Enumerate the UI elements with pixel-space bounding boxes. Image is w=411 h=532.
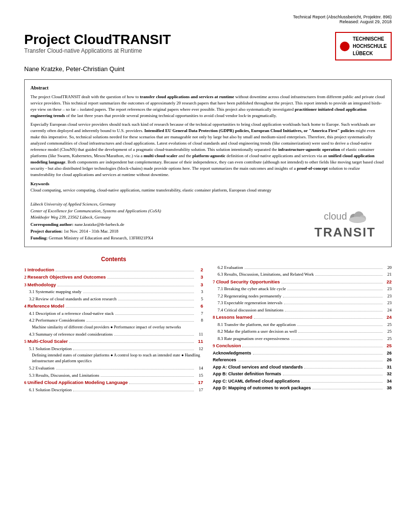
- toc-6-3: 6.3 Results, Discussion, Limitations, an…: [213, 271, 392, 278]
- toc-7-2: 7.2 Regenerating nodes permanently 23: [213, 293, 392, 300]
- abstract-para2: Especially European cloud service provid…: [30, 121, 385, 178]
- toc-2: 2 Research Objectives and Outcomes 3: [24, 274, 203, 281]
- abstract-para1: The project CloudTRANSIT dealt with the …: [30, 94, 385, 119]
- abstract-box: Abstract The project CloudTRANSIT dealt …: [24, 79, 392, 247]
- toc-8-1: 8.1 Transfer the platform, not the appli…: [213, 322, 392, 328]
- toc-ack: Acknowledgments 26: [213, 350, 392, 357]
- toc-3-1: 3.1 Systematic mapping study 3: [24, 289, 203, 296]
- project-title: Project CloudTRANSIT: [24, 32, 171, 47]
- contact-section: Lübeck University of Applied Sciences, G…: [30, 197, 385, 242]
- svg-point-4: [349, 217, 366, 222]
- toc-appc: App C: UCAML defined cloud applications …: [213, 378, 392, 385]
- affiliation: Lübeck University of Applied Sciences, G…: [30, 201, 161, 221]
- toc-7-4: 7.4 Critical discussion and limitations …: [213, 307, 392, 314]
- toc-1: 1 Introduction 2: [24, 266, 203, 274]
- toc-4-3: 4.3 Summary of reference model considera…: [24, 331, 203, 338]
- project-subtitle: Transfer Cloud-native Applications at Ru…: [24, 47, 171, 54]
- contact-duration: Project duration: 1st Nov. 2014 - 31th M…: [30, 228, 161, 235]
- keywords-text: Cloud computing, service computing, clou…: [30, 188, 271, 192]
- funding-value: German Ministry of Education and Researc…: [49, 236, 153, 240]
- cloud-transit-icon: [348, 210, 367, 223]
- toc-7-1: 7.1 Breaking the cyber attack life cycle…: [213, 286, 392, 293]
- toc-6: 6 Unified Cloud Application Modeling Lan…: [24, 379, 203, 386]
- author-label: Corresponding author:: [30, 222, 73, 227]
- toc-5: 5 Multi-Cloud Scaler 11: [24, 338, 203, 345]
- affil-line1: Lübeck University of Applied Sciences, G…: [30, 201, 161, 208]
- toc-3-2: 3.2 Review of cloud standards and action…: [24, 296, 203, 303]
- logo-area: TECHNISCHE HOCHSCHULE LÜBECK: [335, 32, 392, 60]
- contact-author: Corresponding author: nane.kratzke@th-lu…: [30, 221, 161, 228]
- toc-appb: App B: Cluster definition formats 32: [213, 371, 392, 378]
- duration-label: Project duration:: [30, 229, 63, 234]
- toc-3: 3 Methodology 3: [24, 281, 203, 289]
- contents-left: Contents 1 Introduction 2 2 Research Obj…: [24, 256, 203, 394]
- toc-8-2: 8.2 Make the platform a user decision as…: [213, 328, 392, 335]
- toc-4-1: 4.1 Description of a reference cloud-nat…: [24, 310, 203, 317]
- duration-value: 1st Nov. 2014 - 31th Mar. 2018: [64, 229, 118, 234]
- keywords-label: Keywords: [30, 181, 49, 186]
- header-line2: Released: August 29, 2018: [24, 19, 392, 24]
- cloud-transit-logo: cloud TRANSIT: [314, 209, 376, 242]
- toc-6-2: 6.2 Evaluation 20: [213, 265, 392, 271]
- author-value: nane.kratzke@th-luebeck.de: [74, 222, 124, 227]
- abstract-title: Abstract: [30, 85, 385, 92]
- toc-5-1: 5.1 Solution Description 12: [24, 346, 203, 353]
- affil-line2: Center of Excellence for Communcation, S…: [30, 208, 161, 215]
- affiliation-contact-block: Lübeck University of Applied Sciences, G…: [30, 197, 161, 242]
- toc-6-1: 6.1 Solution Description 17: [24, 387, 203, 394]
- toc-7-3: 7.3 Expectable regeneration intervals 23: [213, 300, 392, 307]
- toc-9: 9 Conclusion 25: [213, 342, 392, 350]
- toc-5-1-multi: Defining intended states of container pl…: [24, 353, 203, 364]
- contents-title: Contents: [24, 256, 203, 263]
- header-line1: Technical Report (Abschlussbericht, Proj…: [24, 15, 392, 19]
- contact-funding: Funding: German Ministry of Education an…: [30, 235, 161, 241]
- contents-right: 6.2 Evaluation 20 6.3 Results, Discussio…: [213, 256, 392, 394]
- toc-8-3: 8.3 Rate pragmatism over expressiveness …: [213, 336, 392, 342]
- page: Technical Report (Abschlussbericht, Proj…: [0, 0, 411, 408]
- affil-line3: Mönkhofer Weg 239, 23562 Lübeck, Germany: [30, 214, 161, 221]
- title-section: Project CloudTRANSIT Transfer Cloud-nati…: [24, 32, 392, 60]
- contact-info: Corresponding author: nane.kratzke@th-lu…: [30, 221, 161, 242]
- toc-5-3: 5.3 Results, Discussion, and Limitations…: [24, 372, 203, 379]
- toc-4-2: 4.2 Performance Considerations 8: [24, 317, 203, 324]
- keywords-section: Keywords Cloud computing, service comput…: [30, 181, 385, 193]
- logo-line3: LÜBECK: [352, 50, 387, 57]
- toc-4: 4 Reference Model 6: [24, 303, 203, 310]
- transit-word: TRANSIT: [314, 223, 376, 242]
- cloud-word: cloud: [324, 209, 347, 223]
- title-block: Project CloudTRANSIT Transfer Cloud-nati…: [24, 32, 171, 54]
- contents-section: Contents 1 Introduction 2 2 Research Obj…: [24, 256, 392, 394]
- toc-8: 8 Lessons learned 24: [213, 314, 392, 321]
- logo-line1: TECHNISCHE: [352, 35, 387, 43]
- toc-appa: App A: Cloud services and cloud standard…: [213, 364, 392, 371]
- authors: Nane Kratzke, Peter-Christian Quint: [24, 65, 392, 73]
- logo-line2: HOCHSCHULE: [352, 43, 387, 50]
- abstract-text: The project CloudTRANSIT dealt with the …: [30, 94, 385, 178]
- funding-label: Funding:: [30, 236, 48, 240]
- toc-7: 7 Cloud Security Opportunities 22: [213, 279, 392, 286]
- toc-ref: References 26: [213, 357, 392, 364]
- top-header: Technical Report (Abschlussbericht, Proj…: [24, 15, 392, 24]
- toc-appd: App D: Mapping of outcomes to work packa…: [213, 385, 392, 392]
- toc-4-2-multi: Machine similarity of different cloud pr…: [24, 325, 203, 330]
- toc-5-2: 5.2 Evaluation 14: [24, 365, 203, 372]
